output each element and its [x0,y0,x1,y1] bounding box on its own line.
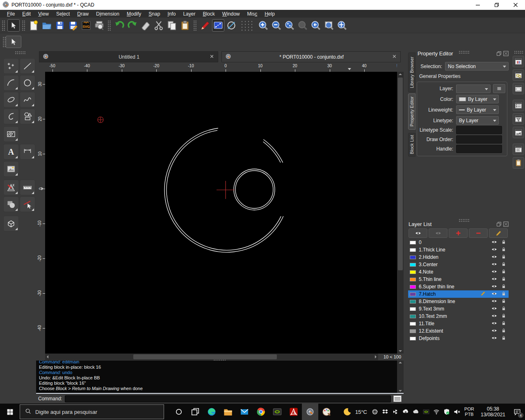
layer-visibility-icon[interactable] [491,291,497,298]
zoom-window-button[interactable] [323,19,335,32]
mail-taskbar-button[interactable] [236,404,253,420]
print-preview-button[interactable] [93,19,105,32]
arrow-cursor-button[interactable] [7,19,20,32]
selection-tool-button[interactable] [6,36,21,48]
menu-snap[interactable]: Snap [145,11,164,17]
layer-lock-icon[interactable] [501,291,506,297]
layer-lock-icon[interactable] [501,269,506,275]
restore-button[interactable] [487,0,506,10]
command-input[interactable] [65,395,391,402]
property-dropdown[interactable]: By Layer [456,116,499,125]
qcad-taskbar-button[interactable] [302,404,318,420]
property-input[interactable] [456,126,502,134]
drawing-tab-1[interactable]: Untitled 1 [39,51,218,62]
layer-row[interactable]: Defpoints [408,335,509,342]
menu-layer[interactable]: Layer [179,11,199,17]
selection-dropdown[interactable]: No Selection [445,62,509,71]
toolbar-handle[interactable] [514,50,524,54]
file-explorer-taskbar-button[interactable] [220,404,236,420]
taskbar-search[interactable]: Digite aqui para pesquisar [20,404,164,419]
menu-misc[interactable]: Misc [243,11,261,17]
notification-center-button[interactable]: 4 [509,404,525,420]
cad-circle[interactable] [235,171,273,208]
edit-layer-icon[interactable] [480,291,486,297]
layer-visibility-icon[interactable] [491,276,497,283]
layer-visibility-icon[interactable] [491,269,497,276]
menu-help[interactable]: Help [261,11,278,17]
minimize-button[interactable] [468,0,487,10]
layer-visibility-icon[interactable] [491,261,497,268]
add-layer-button[interactable] [449,228,468,238]
toolbar-handle[interactable] [240,20,254,31]
open-button[interactable] [41,19,53,32]
acrobat-taskbar-button[interactable] [285,404,302,420]
tool-hatch-button[interactable] [3,126,19,142]
scroll-right-arrow[interactable] [375,355,377,358]
security-tray-icon[interactable] [441,404,452,420]
cortana-taskbar-button[interactable] [171,404,187,420]
tool-shape-button[interactable] [20,109,35,124]
tab-close-icon[interactable] [209,54,215,60]
start-button[interactable] [0,404,20,420]
hide-all-layers-button[interactable] [429,228,447,238]
dropbox-tray-icon[interactable] [380,404,390,420]
toolbar-handle[interactable] [193,20,197,31]
layer-lock-icon[interactable] [501,328,506,334]
chrome-taskbar-button[interactable] [253,404,269,420]
zoom-in-button[interactable] [257,19,269,32]
tab-close-icon[interactable] [392,54,397,60]
property-input[interactable] [456,135,502,144]
blocks-widget-button[interactable] [513,69,524,81]
zoom-auto-button[interactable] [283,19,296,32]
save-button[interactable] [54,19,66,32]
layer-menu-button[interactable] [493,84,505,93]
layer-visibility-icon[interactable] [491,306,497,313]
layer-visibility-icon[interactable] [491,283,497,290]
paint-taskbar-button[interactable] [318,404,335,420]
zoom-pan-button[interactable] [336,19,348,32]
screen-display-button[interactable] [212,19,224,32]
tool-polyline-button[interactable] [3,109,19,124]
toolbar-handle[interactable] [15,51,25,54]
layer-lock-icon[interactable] [501,336,506,342]
list-widget-button[interactable] [513,100,524,111]
language-indicator[interactable]: PORPTB [462,404,477,420]
cad-arc[interactable] [263,142,281,163]
menu-view[interactable]: View [34,11,52,17]
layer-row[interactable]: 7.Hatch [408,290,509,298]
tool-line-button[interactable] [20,58,35,74]
layer-visibility-icon[interactable] [491,239,497,246]
layer-lock-icon[interactable] [501,262,506,268]
layer-lock-icon[interactable] [501,321,506,327]
menu-dimension[interactable]: Dimension [92,11,123,17]
library-browser-widget-button[interactable] [513,56,524,67]
layer-visibility-icon[interactable] [491,328,497,335]
redo-button[interactable] [126,19,139,32]
tool-boolean-button[interactable] [3,196,19,212]
cad-circle[interactable] [234,169,275,210]
layer-row[interactable]: 2.Hidden [408,253,509,261]
menu-file[interactable]: File [3,11,18,17]
scroll-up-arrow[interactable] [399,73,402,75]
layer-lock-icon[interactable] [501,240,506,246]
layer-lock-icon[interactable] [501,299,506,305]
zoom-back-button[interactable] [310,19,322,32]
layer-lock-icon[interactable] [501,306,506,312]
tool-modify-button[interactable] [3,180,19,195]
tool-measure-button[interactable] [20,180,35,195]
nvidia-tray-icon[interactable] [421,404,431,420]
console-toggle-icon[interactable] [393,395,402,402]
new-button[interactable] [27,19,40,32]
toolbar-handle[interactable] [22,20,25,31]
layer-row[interactable]: 3.Center [408,261,509,268]
layer-row[interactable]: 5.Thin line [408,276,509,283]
eraser-button[interactable] [139,19,152,32]
tool-circle-button[interactable] [20,75,35,91]
property-dropdown[interactable]: By Layer [456,105,499,114]
layer-row[interactable]: 11.Title [408,320,509,327]
menu-block[interactable]: Block [199,11,218,17]
cad-arc[interactable] [164,128,283,253]
layer-row[interactable]: 6.Super thin line [408,283,509,290]
property-dropdown[interactable]: By Layer [456,95,499,103]
horizontal-scroll-thumb[interactable] [133,354,277,359]
